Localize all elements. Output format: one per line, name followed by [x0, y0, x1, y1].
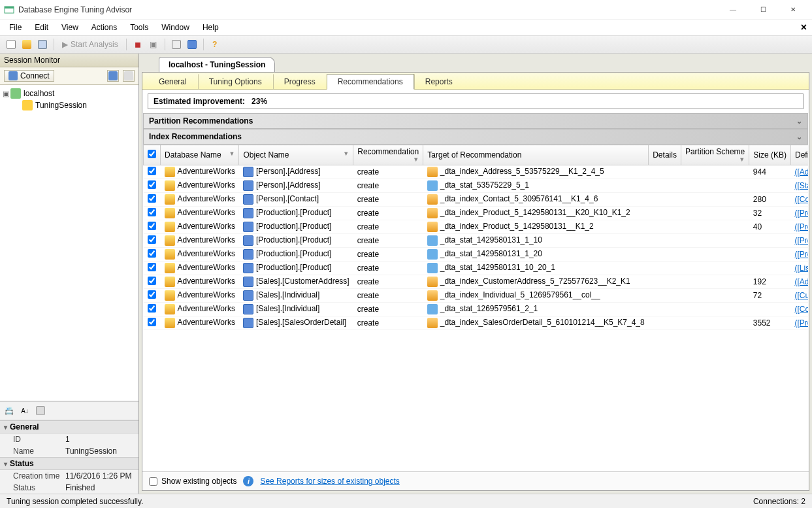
- new-session-button[interactable]: [4, 37, 18, 52]
- row-checkbox[interactable]: [148, 249, 156, 258]
- document-close-button[interactable]: ×: [801, 22, 807, 33]
- table-row[interactable]: AdventureWorks[Person].[Address]create_d…: [144, 179, 809, 193]
- row-checkbox[interactable]: [148, 290, 156, 299]
- table-row[interactable]: AdventureWorks[Sales].[Individual]create…: [144, 289, 809, 303]
- partition-section-header[interactable]: Partition Recommendations ⌄: [143, 113, 808, 129]
- props-pages-button[interactable]: [34, 404, 47, 417]
- column-header[interactable]: Details: [649, 145, 681, 165]
- table-row[interactable]: AdventureWorks[Production].[Product]crea…: [144, 234, 809, 248]
- menu-view[interactable]: View: [55, 21, 85, 34]
- table-row[interactable]: AdventureWorks[Production].[Product]crea…: [144, 207, 809, 220]
- see-reports-link[interactable]: See Reports for sizes of existing object…: [260, 477, 399, 486]
- props-group-status[interactable]: Status: [0, 457, 138, 470]
- dropdown-icon[interactable]: ▼: [413, 156, 419, 163]
- menu-edit[interactable]: Edit: [28, 21, 55, 34]
- start-analysis-button[interactable]: ▶ Start Analysis: [58, 40, 122, 49]
- tab-progress[interactable]: Progress: [273, 74, 327, 89]
- row-checkbox[interactable]: [148, 208, 156, 216]
- tree-session-node[interactable]: TuningSession: [1, 99, 137, 111]
- connect-toolbar: Connect: [0, 67, 138, 85]
- dropdown-icon[interactable]: ▼: [739, 156, 745, 163]
- menu-tools[interactable]: Tools: [123, 21, 155, 34]
- database-icon: [165, 277, 175, 287]
- column-header[interactable]: Target of Recommendation: [423, 145, 649, 165]
- props-sort-button[interactable]: A↓: [18, 404, 31, 417]
- table-row[interactable]: AdventureWorks[Sales].[CustomerAddress]c…: [144, 275, 809, 289]
- pause-button[interactable]: ▣: [146, 37, 161, 52]
- table-row[interactable]: AdventureWorks[Production].[Product]crea…: [144, 248, 809, 262]
- tab-tuning-options[interactable]: Tuning Options: [198, 74, 273, 89]
- row-checkbox[interactable]: [148, 167, 156, 175]
- stop-button[interactable]: ◼: [131, 37, 145, 52]
- dropdown-icon[interactable]: ▼: [229, 150, 235, 157]
- definition-link[interactable]: ([ListPrice],: [794, 263, 808, 273]
- row-checkbox[interactable]: [148, 194, 156, 203]
- save-button[interactable]: [35, 37, 50, 52]
- expander-icon[interactable]: ▣: [1, 90, 10, 98]
- table-row[interactable]: AdventureWorks[Sales].[SalesOrderDetail]…: [144, 316, 809, 330]
- definition-link[interactable]: ([ProductMo: [794, 209, 808, 218]
- connect-button[interactable]: Connect: [4, 70, 54, 82]
- show-existing-checkbox[interactable]: Show existing objects: [149, 477, 236, 486]
- recommendations-grid-wrap[interactable]: Database Name▼Object Name▼Recommendation…: [143, 144, 808, 471]
- column-header[interactable]: Object Name▼: [239, 145, 353, 165]
- tree-server-node[interactable]: ▣ localhost: [1, 88, 137, 99]
- tab-general[interactable]: General: [148, 74, 198, 89]
- definition-link[interactable]: ([ProductID: [794, 222, 808, 231]
- minimize-button[interactable]: —: [718, 1, 748, 19]
- close-button[interactable]: ✕: [778, 1, 808, 19]
- column-header[interactable]: Size (KB): [749, 145, 791, 165]
- definition-link[interactable]: ([AddressID: [794, 167, 808, 177]
- definition-link[interactable]: ([ProductID: [794, 318, 808, 328]
- table-row[interactable]: AdventureWorks[Person].[Address]create_d…: [144, 165, 809, 179]
- open-button[interactable]: [20, 37, 34, 52]
- row-checkbox[interactable]: [148, 263, 156, 271]
- cell-recommendation: create: [353, 234, 423, 248]
- column-header[interactable]: Database Name▼: [161, 145, 239, 165]
- props-categorized-button[interactable]: 📇: [3, 404, 16, 417]
- table-row[interactable]: AdventureWorks[Production].[Product]crea…: [144, 220, 809, 234]
- cell-object: [Production].[Product]: [239, 262, 353, 275]
- copy-button[interactable]: [169, 37, 184, 52]
- index-section-header[interactable]: Index Recommendations ⌄: [143, 129, 808, 144]
- show-existing-input[interactable]: [149, 477, 157, 486]
- menu-file[interactable]: File: [3, 21, 28, 34]
- table-row[interactable]: AdventureWorks[Person].[Contact]create_d…: [144, 193, 809, 207]
- row-checkbox[interactable]: [148, 277, 156, 285]
- column-header[interactable]: [144, 145, 161, 165]
- tab-reports[interactable]: Reports: [414, 74, 464, 89]
- row-checkbox[interactable]: [148, 222, 156, 230]
- column-header[interactable]: Recommendation▼: [353, 145, 423, 165]
- definition-link[interactable]: ([ProductID: [794, 250, 808, 259]
- row-checkbox[interactable]: [148, 180, 156, 189]
- cell-database: AdventureWorks: [161, 220, 239, 234]
- disconnect-button[interactable]: [107, 70, 119, 82]
- definition-link[interactable]: ([ContactID: [794, 195, 808, 204]
- definition-link[interactable]: ([StateProvi: [794, 181, 808, 190]
- cell-details: [649, 275, 681, 289]
- menu-window[interactable]: Window: [155, 21, 196, 34]
- row-checkbox[interactable]: [148, 304, 156, 313]
- tab-recommendations[interactable]: Recommendations: [327, 74, 414, 90]
- column-header[interactable]: Partition Scheme▼: [681, 145, 749, 165]
- table-row[interactable]: AdventureWorks[Production].[Product]crea…: [144, 262, 809, 275]
- menu-actions[interactable]: Actions: [85, 21, 123, 34]
- definition-link[interactable]: ([ContactID: [794, 305, 808, 314]
- column-header[interactable]: Definition: [790, 145, 808, 165]
- document-tab[interactable]: localhost - TuningSession: [159, 57, 275, 72]
- row-checkbox[interactable]: [148, 318, 156, 326]
- row-checkbox[interactable]: [148, 235, 156, 244]
- select-all-checkbox[interactable]: [148, 150, 156, 158]
- props-group-general[interactable]: General: [0, 420, 138, 433]
- script-button[interactable]: [185, 37, 199, 52]
- help-button[interactable]: ?: [208, 37, 222, 52]
- definition-link[interactable]: ([ProductID: [794, 236, 808, 245]
- maximize-button[interactable]: ☐: [748, 1, 778, 19]
- dropdown-icon[interactable]: ▼: [343, 150, 349, 157]
- database-icon: [165, 194, 175, 205]
- definition-link[interactable]: ([AddressID: [794, 277, 808, 286]
- menu-help[interactable]: Help: [196, 21, 225, 34]
- definition-link[interactable]: ([Customer: [794, 291, 808, 300]
- refresh-button[interactable]: [123, 70, 135, 82]
- table-row[interactable]: AdventureWorks[Sales].[Individual]create…: [144, 303, 809, 316]
